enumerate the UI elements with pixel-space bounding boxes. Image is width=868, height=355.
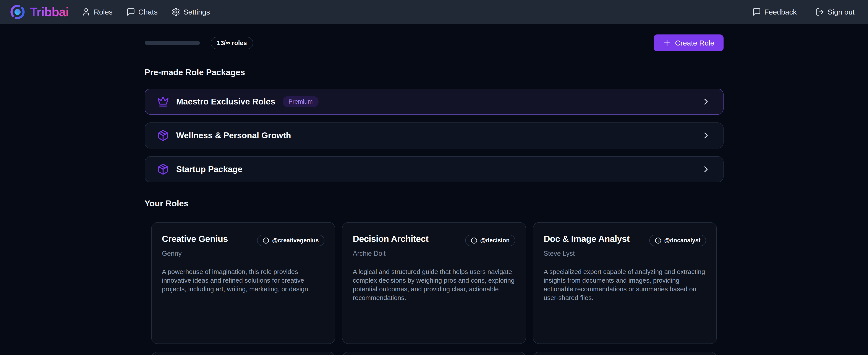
role-card-partial[interactable] (342, 352, 526, 355)
package-row-wellness[interactable]: Wellness & Personal Growth (145, 122, 723, 148)
info-icon (655, 237, 661, 244)
role-persona: Archie Doit (353, 250, 515, 258)
package-title: Maestro Exclusive Roles (176, 97, 275, 107)
your-roles-heading: Your Roles (145, 199, 723, 208)
role-card-decision-architect[interactable]: Decision Architect @decision Archie Doit… (342, 222, 526, 344)
packages-heading: Pre-made Role Packages (145, 68, 723, 77)
info-icon (263, 237, 269, 244)
nav-item-settings[interactable]: Settings (172, 7, 210, 16)
role-title: Doc & Image Analyst (544, 234, 629, 244)
crown-icon (157, 96, 169, 108)
package-icon (157, 164, 169, 175)
roles-card-grid: Creative Genius @creativegenius Genny A … (145, 222, 723, 355)
brand-name: Tribbai (30, 5, 69, 19)
create-role-label: Create Role (675, 39, 714, 47)
top-nav: Tribbai Roles Chats Settings Feedba (0, 0, 868, 24)
chat-icon (752, 7, 761, 16)
role-handle-badge[interactable]: @creativegenius (257, 235, 324, 246)
role-card-partial[interactable] (533, 352, 717, 355)
chat-icon (126, 7, 135, 16)
package-row-startup[interactable]: Startup Package (145, 156, 723, 182)
role-description: A powerhouse of imagination, this role p… (162, 267, 324, 293)
premium-badge: Premium (283, 96, 318, 107)
nav-item-label: Sign out (828, 8, 855, 16)
logout-icon (815, 7, 824, 16)
role-handle: @creativegenius (272, 237, 318, 244)
gear-icon (172, 7, 180, 16)
card-header: Doc & Image Analyst @docanalyst (544, 234, 706, 246)
info-icon (471, 237, 477, 244)
role-description: A specialized expert capable of analyzin… (544, 267, 706, 302)
nav-item-label: Settings (183, 8, 210, 16)
role-title: Decision Architect (353, 234, 428, 244)
role-card-partial[interactable] (151, 352, 335, 355)
plus-icon (663, 38, 671, 47)
role-handle: @decision (480, 237, 509, 244)
nav-left: Roles Chats Settings (82, 7, 210, 16)
brand-logo[interactable]: Tribbai (9, 4, 69, 20)
nav-item-roles[interactable]: Roles (82, 7, 113, 16)
role-handle-badge[interactable]: @docanalyst (649, 235, 706, 246)
card-header: Decision Architect @decision (353, 234, 515, 246)
nav-item-sign-out[interactable]: Sign out (815, 7, 855, 16)
role-handle-badge[interactable]: @decision (465, 235, 515, 246)
package-title: Startup Package (176, 165, 243, 174)
user-icon (82, 7, 91, 16)
tribbai-logo-icon (9, 4, 26, 20)
role-handle: @docanalyst (664, 237, 701, 244)
roles-count-badge: 13/∞ roles (211, 37, 253, 49)
package-icon (157, 129, 169, 141)
chevron-right-icon (701, 130, 711, 141)
role-persona: Genny (162, 250, 324, 258)
roles-toolbar: 13/∞ roles Create Role (145, 34, 723, 51)
chevron-right-icon (701, 97, 711, 107)
nav-item-label: Feedback (764, 8, 797, 16)
nav-item-chats[interactable]: Chats (126, 7, 158, 16)
nav-item-label: Chats (138, 8, 158, 16)
role-persona: Steve Lyst (544, 250, 706, 258)
main-content: 13/∞ roles Create Role Pre-made Role Pac… (145, 34, 723, 355)
chevron-right-icon (701, 164, 711, 174)
nav-item-feedback[interactable]: Feedback (752, 7, 797, 16)
package-row-maestro[interactable]: Maestro Exclusive Roles Premium (145, 89, 723, 115)
create-role-button[interactable]: Create Role (654, 34, 723, 51)
card-header: Creative Genius @creativegenius (162, 234, 324, 246)
role-card-creative-genius[interactable]: Creative Genius @creativegenius Genny A … (151, 222, 335, 344)
nav-item-label: Roles (94, 8, 113, 16)
role-card-doc-image-analyst[interactable]: Doc & Image Analyst @docanalyst Steve Ly… (533, 222, 717, 344)
roles-progress-bar (145, 41, 200, 45)
nav-right: Feedback Sign out (752, 7, 859, 16)
role-description: A logical and structured guide that help… (353, 267, 515, 302)
package-title: Wellness & Personal Growth (176, 131, 291, 140)
role-title: Creative Genius (162, 234, 228, 244)
